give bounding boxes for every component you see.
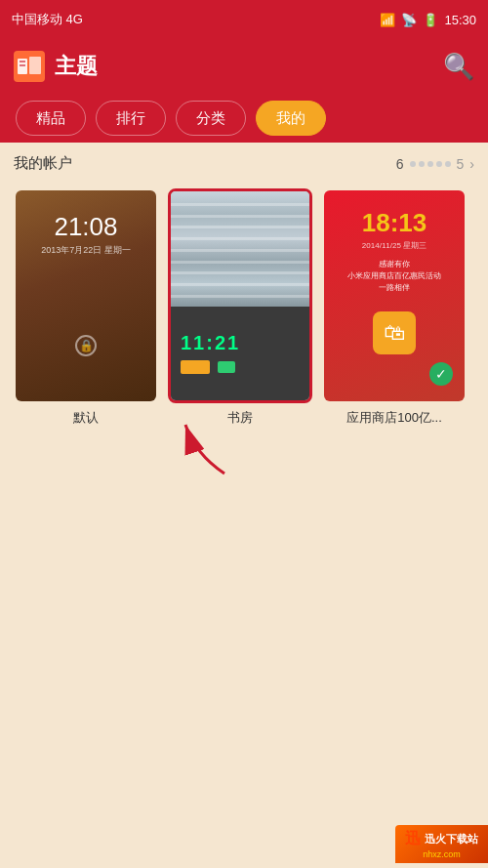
default-clock-time: 21:08 bbox=[54, 212, 117, 242]
arrow-annotation bbox=[166, 415, 244, 487]
chevron-right-icon[interactable]: › bbox=[469, 156, 474, 172]
theme-preview-bookroom: 11:21 bbox=[168, 188, 312, 403]
time-label: 15:30 bbox=[444, 13, 476, 27]
svg-rect-2 bbox=[20, 61, 25, 62]
tab-category[interactable]: 分类 bbox=[176, 101, 246, 136]
wifi-icon: 📶 bbox=[380, 13, 395, 27]
appstore-check-icon: ✓ bbox=[429, 362, 453, 386]
main-content: 我的帐户 6 5 › 21:08 2013年7月22日 星期一 🔒 bbox=[0, 143, 488, 513]
default-preview: 21:08 2013年7月22日 星期一 🔒 bbox=[16, 190, 156, 401]
dot-1 bbox=[410, 161, 416, 167]
default-lock-icon: 🔒 bbox=[75, 335, 97, 356]
watermark-line2: nhxz.com bbox=[423, 849, 461, 859]
status-left: 中国移动 4G bbox=[12, 11, 83, 28]
tab-featured[interactable]: 精品 bbox=[16, 101, 86, 136]
svg-rect-1 bbox=[29, 57, 41, 74]
status-right: 📶 📡 🔋 15:30 bbox=[380, 13, 476, 27]
tab-ranking[interactable]: 排行 bbox=[96, 101, 166, 136]
header-left: 主题 bbox=[14, 51, 98, 82]
bookroom-bottom: 11:21 bbox=[171, 307, 309, 400]
account-label: 我的帐户 bbox=[14, 154, 72, 173]
theme-preview-default: 21:08 2013年7月22日 星期一 🔒 bbox=[14, 188, 158, 403]
default-theme-label: 默认 bbox=[73, 409, 99, 427]
tab-mine[interactable]: 我的 bbox=[256, 101, 326, 136]
tab-bar: 精品 排行 分类 我的 bbox=[0, 94, 488, 143]
app-header: 主题 🔍 bbox=[0, 39, 488, 94]
carrier-label: 中国移动 4G bbox=[12, 11, 83, 28]
appstore-text: 感谢有你小米应用商店百亿惠民活动一路相伴 bbox=[347, 259, 441, 294]
battery-icon: 🔋 bbox=[423, 13, 438, 27]
dot-5 bbox=[445, 161, 451, 167]
account-info: 6 5 › bbox=[396, 156, 474, 172]
theme-card-bookroom[interactable]: 11:21 书房 bbox=[168, 188, 312, 427]
appstore-theme-label: 应用商店100亿... bbox=[346, 409, 442, 427]
annotation-area bbox=[0, 434, 488, 513]
app-title: 主题 bbox=[55, 52, 98, 81]
status-bar: 中国移动 4G 📶 📡 🔋 15:30 bbox=[0, 0, 488, 39]
appstore-date: 2014/11/25 星期三 bbox=[362, 240, 427, 251]
account-dots bbox=[410, 161, 451, 167]
watermark: 迅 迅火下载站 nhxz.com bbox=[351, 819, 488, 868]
account-number: 6 bbox=[396, 156, 404, 172]
account-extra: 5 bbox=[457, 156, 465, 172]
default-clock-date: 2013年7月22日 星期一 bbox=[41, 244, 131, 257]
theme-preview-appstore: 18:13 2014/11/25 星期三 感谢有你小米应用商店百亿惠民活动一路相… bbox=[322, 188, 467, 403]
watermark-line1: 迅火下载站 bbox=[425, 832, 478, 847]
dot-2 bbox=[419, 161, 425, 167]
bookroom-clock: 11:21 bbox=[181, 332, 240, 354]
dot-4 bbox=[436, 161, 442, 167]
account-section: 我的帐户 6 5 › bbox=[0, 143, 488, 181]
svg-rect-3 bbox=[20, 64, 25, 66]
theme-card-default[interactable]: 21:08 2013年7月22日 星期一 🔒 默认 bbox=[14, 188, 158, 427]
appstore-bag-icon: 🛍 bbox=[373, 311, 416, 354]
appstore-preview: 18:13 2014/11/25 星期三 感谢有你小米应用商店百亿惠民活动一路相… bbox=[324, 190, 465, 401]
bookroom-blinds bbox=[171, 191, 309, 307]
bookroom-preview: 11:21 bbox=[171, 191, 309, 400]
signal-icon: 📡 bbox=[401, 13, 417, 27]
dot-3 bbox=[427, 161, 433, 167]
watermark-box: 迅 迅火下载站 nhxz.com bbox=[395, 825, 488, 863]
theme-grid: 21:08 2013年7月22日 星期一 🔒 默认 bbox=[0, 181, 488, 434]
app-logo bbox=[14, 51, 45, 82]
theme-card-appstore[interactable]: 18:13 2014/11/25 星期三 感谢有你小米应用商店百亿惠民活动一路相… bbox=[322, 188, 467, 427]
search-icon[interactable]: 🔍 bbox=[443, 52, 474, 82]
appstore-clock-time: 18:13 bbox=[362, 208, 427, 238]
